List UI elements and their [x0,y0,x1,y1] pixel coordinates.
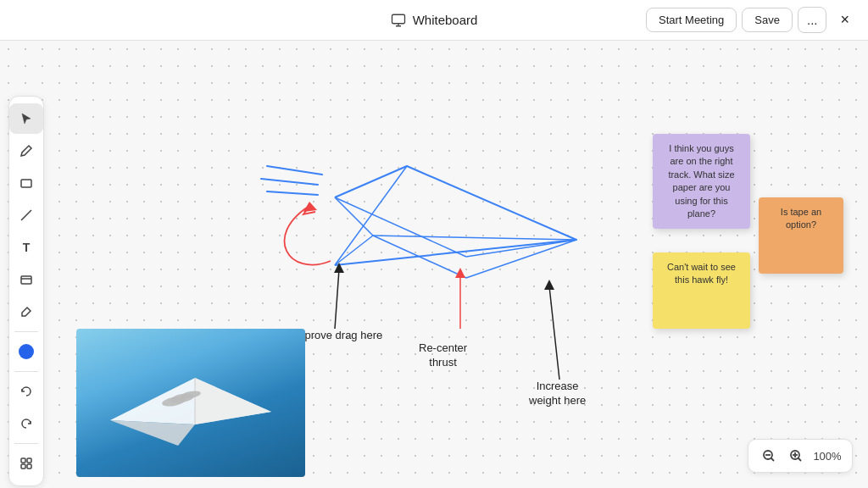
sticky-note-orange[interactable]: Is tape an option? [759,197,843,274]
header: Whiteboard Start Meeting Save ... × [0,0,868,41]
photo-plane [76,329,305,477]
svg-rect-5 [21,458,25,463]
color-dot [19,344,34,359]
start-meeting-button[interactable]: Start Meeting [646,8,737,32]
svg-line-18 [373,236,466,278]
close-button[interactable]: × [832,6,858,34]
svg-marker-26 [544,280,554,290]
svg-marker-28 [110,420,195,446]
color-picker-button[interactable] [9,336,43,367]
select-tool-button[interactable] [9,103,43,134]
sticky-note-purple[interactable]: I think you guys are on the right track.… [653,134,750,229]
toolbar-divider [14,331,38,332]
svg-line-38 [798,458,802,462]
svg-marker-20 [303,202,317,212]
sticky-note-yellow-text: Can't wait to see this hawk fly! [667,262,736,285]
monitor-icon [391,13,406,28]
svg-line-17 [373,236,576,240]
svg-line-25 [549,286,559,380]
sticky-note-orange-text: Is tape an option? [781,207,821,230]
pen-tool-button[interactable] [9,136,43,166]
svg-line-14 [466,240,576,257]
svg-rect-7 [21,464,25,469]
redo-button[interactable] [9,408,43,439]
annotation-drag: Improve drag here [292,329,382,343]
svg-line-13 [335,166,407,265]
eraser-tool-button[interactable] [9,297,43,327]
svg-line-9 [267,166,322,175]
annotation-thrust: Re-centerthrust [419,341,467,370]
zoom-out-button[interactable] [757,444,781,468]
toolbar-divider-2 [14,371,38,372]
svg-line-11 [267,191,318,195]
svg-marker-24 [334,263,344,273]
toolbar: T [8,96,44,486]
svg-rect-1 [21,180,31,187]
svg-marker-22 [455,268,465,278]
line-tool-button[interactable] [9,200,43,230]
zoom-level: 100% [811,450,843,463]
svg-line-23 [335,269,339,329]
svg-line-19 [466,240,576,278]
frame-tool-button[interactable] [9,264,43,295]
svg-line-15 [335,197,373,236]
svg-line-2 [21,210,31,220]
svg-line-10 [261,179,318,185]
toolbar-divider-3 [14,443,38,444]
header-actions: Start Meeting Save ... × [646,6,858,34]
svg-line-35 [771,458,775,462]
annotation-weight: Increaseweight here [529,380,586,408]
canvas[interactable]: T [0,41,868,488]
sticky-note-purple-text: I think you guys are on the right track.… [668,143,734,219]
sticky-note-yellow[interactable]: Can't wait to see this hawk fly! [653,252,750,329]
svg-rect-8 [27,464,31,469]
whiteboard-title: Whiteboard [413,13,478,27]
undo-button[interactable] [9,376,43,407]
svg-line-12 [335,197,466,257]
more-tools-button[interactable] [9,448,43,479]
svg-rect-6 [27,458,31,463]
zoom-in-button[interactable] [784,444,808,468]
shape-tool-button[interactable] [9,168,43,198]
zoom-controls: 100% [748,439,853,473]
svg-marker-29 [195,378,271,424]
svg-rect-3 [21,276,31,284]
save-button[interactable]: Save [742,8,793,32]
svg-line-16 [335,236,373,265]
text-tool-button[interactable]: T [9,232,43,263]
svg-rect-0 [392,14,404,24]
header-title: Whiteboard [391,13,478,28]
more-options-button[interactable]: ... [798,7,827,33]
